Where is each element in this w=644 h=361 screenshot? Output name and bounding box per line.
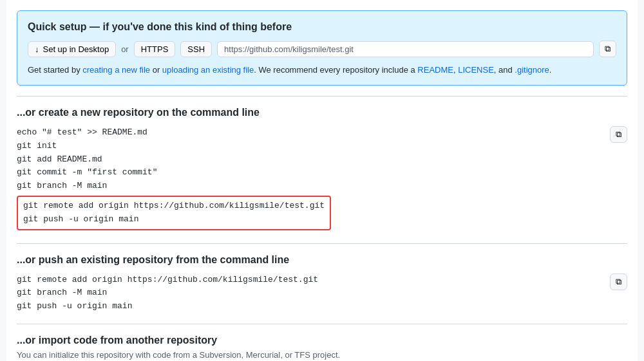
import-description: You can initialize this repository with … (17, 350, 627, 360)
copy-icon-3 (616, 277, 621, 286)
push-section: ...or push an existing repository from t… (17, 243, 627, 324)
copy-icon-2 (616, 129, 621, 139)
page-container: Quick setup — if you've done this kind o… (6, 0, 638, 361)
push-code-block: git remote add origin https://github.com… (17, 273, 627, 313)
url-copy-button[interactable] (599, 41, 616, 57)
highlighted-commands-box: git remote add origin https://github.com… (17, 196, 331, 230)
import-section: ...or import code from another repositor… (17, 324, 627, 361)
quick-setup-title: Quick setup — if you've done this kind o… (28, 21, 616, 33)
setup-links: Get started by creating a new file or up… (28, 65, 616, 75)
code-line-2: git init (17, 140, 627, 153)
import-section-title: ...or import code from another repositor… (17, 335, 627, 346)
quick-setup-section: Quick setup — if you've done this kind o… (17, 10, 627, 86)
new-file-link[interactable]: creating a new file (82, 65, 150, 75)
code-line-6: git remote add origin https://github.com… (23, 199, 325, 213)
gitignore-link[interactable]: .gitignore (515, 65, 549, 75)
create-section: ...or create a new repository on the com… (17, 96, 627, 243)
code-line-4: git commit -m "first commit" (17, 166, 627, 180)
create-copy-button[interactable] (610, 126, 627, 143)
info-period: . (549, 65, 552, 75)
info-middle: or (150, 65, 162, 75)
https-button[interactable]: HTTPS (134, 41, 176, 57)
push-line-1: git remote add origin https://github.com… (17, 273, 627, 287)
push-copy-button[interactable] (610, 273, 627, 290)
push-section-title: ...or push an existing repository from t… (17, 254, 627, 266)
repo-url-input[interactable] (217, 41, 594, 57)
code-line-1: echo "# test" >> README.md (17, 126, 627, 140)
setup-bar: Set up in Desktop or HTTPS SSH (28, 41, 616, 57)
info-prefix: Get started by (28, 65, 82, 75)
ssh-button[interactable]: SSH (180, 41, 212, 57)
create-section-title: ...or create a new repository on the com… (17, 107, 627, 118)
setup-desktop-label: Set up in Desktop (43, 44, 109, 54)
readme-link[interactable]: README (417, 65, 453, 75)
setup-desktop-button[interactable]: Set up in Desktop (28, 41, 116, 57)
create-code-container: echo "# test" >> README.md git init git … (17, 126, 627, 233)
create-code-block: echo "# test" >> README.md git init git … (17, 126, 627, 233)
or-label: or (121, 44, 129, 54)
info-and: , and (494, 65, 515, 75)
code-line-7: git push -u origin main (23, 213, 325, 227)
copy-icon (605, 44, 611, 53)
code-line-3: git add README.md (17, 153, 627, 167)
push-line-2: git branch -M main (17, 286, 627, 300)
code-line-5: git branch -M main (17, 180, 627, 193)
push-line-3: git push -u origin main (17, 300, 627, 313)
push-code-container: git remote add origin https://github.com… (17, 273, 627, 313)
upload-link[interactable]: uploading an existing file (162, 65, 254, 75)
license-link[interactable]: LICENSE (458, 65, 494, 75)
info-suffix: . We recommend every repository include … (254, 65, 417, 75)
desktop-icon (35, 44, 41, 54)
